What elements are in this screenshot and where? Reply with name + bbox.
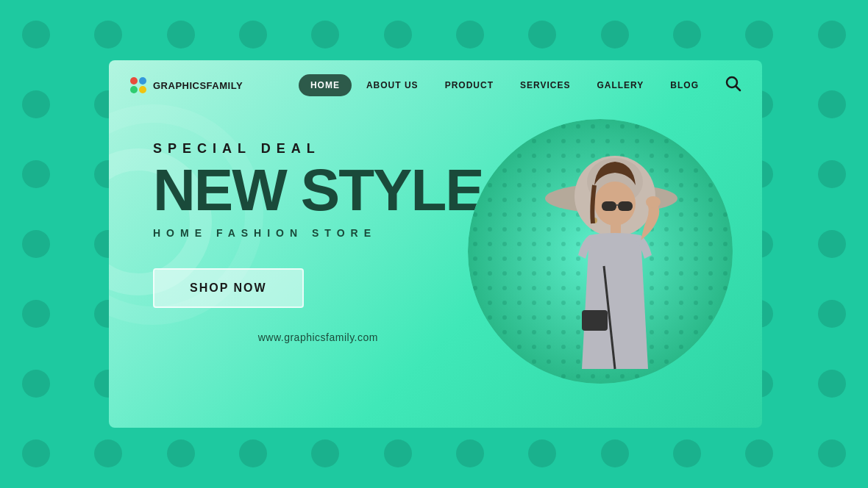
dot (579, 418, 651, 488)
svg-point-3 (139, 86, 146, 93)
dot (796, 348, 868, 418)
special-deal-text: SPECIAL DEAL (153, 141, 483, 157)
logo[interactable]: GRAPHICSFAMILY (129, 76, 243, 94)
dot (289, 0, 361, 70)
dot (796, 70, 868, 140)
svg-rect-19 (582, 310, 608, 331)
dot (145, 418, 217, 488)
hero-content: SPECIAL DEAL NEW STYLE HOME FASHION STOR… (153, 141, 483, 343)
dot (0, 348, 72, 418)
dot (651, 418, 723, 488)
svg-rect-13 (602, 201, 616, 211)
website-url: www.graphicsfamily.com (153, 331, 483, 343)
shop-now-button[interactable]: SHOP NOW (153, 268, 304, 308)
dot (0, 209, 72, 279)
svg-line-5 (736, 87, 741, 91)
dot (723, 0, 795, 70)
dot (506, 418, 578, 488)
logo-icon (129, 76, 147, 94)
dot (0, 279, 72, 348)
dot (796, 0, 868, 70)
dot (289, 418, 361, 488)
dot (723, 418, 795, 488)
svg-point-0 (130, 77, 138, 85)
dot (506, 0, 578, 70)
dot (0, 140, 72, 209)
svg-point-2 (130, 86, 138, 93)
dot (0, 0, 72, 70)
main-card: GRAPHICSFAMILY HOME ABOUT US PRODUCT SER… (109, 60, 762, 428)
svg-point-17 (646, 196, 661, 208)
dot (217, 0, 289, 70)
hero-image-area (468, 82, 733, 420)
nav-about[interactable]: ABOUT US (355, 74, 430, 96)
fashion-figure (468, 119, 733, 384)
dot (651, 0, 723, 70)
dot (0, 418, 72, 488)
dot (796, 418, 868, 488)
dot (72, 418, 144, 488)
dot (434, 0, 506, 70)
dot (72, 0, 144, 70)
hero-circle (468, 119, 733, 384)
hero-title: NEW STYLE (153, 161, 483, 220)
nav-home[interactable]: HOME (299, 74, 352, 96)
dot (796, 140, 868, 209)
dot (579, 0, 651, 70)
svg-rect-14 (618, 201, 633, 211)
dot (0, 70, 72, 140)
dot (362, 0, 434, 70)
dot (796, 209, 868, 279)
svg-point-1 (139, 77, 146, 85)
dot (796, 279, 868, 348)
dot (434, 418, 506, 488)
dot (362, 418, 434, 488)
dot (145, 0, 217, 70)
hero-subtitle: HOME FASHION STORE (153, 227, 483, 239)
dot (217, 418, 289, 488)
logo-text: GRAPHICSFAMILY (153, 80, 243, 91)
